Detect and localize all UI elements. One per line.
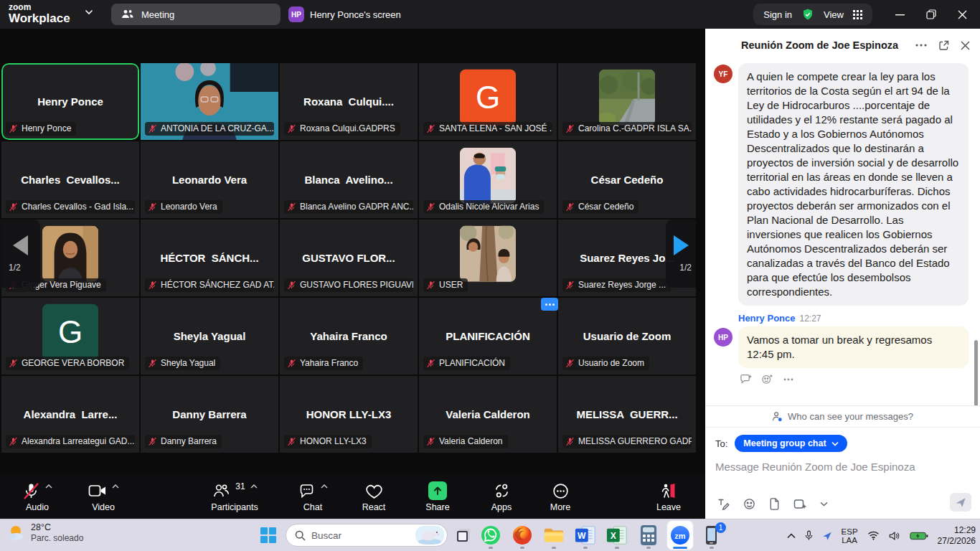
participant-label-text: PLANIFICACIÓN xyxy=(439,358,505,368)
share-green-box xyxy=(428,481,447,500)
explorer-taskbar-icon[interactable] xyxy=(541,521,567,550)
search-highlight-image[interactable] xyxy=(415,526,444,545)
grid-view-icon[interactable] xyxy=(853,10,862,19)
chat-button[interactable]: Chat xyxy=(284,480,341,512)
more-button[interactable]: More xyxy=(532,480,589,512)
screenshot-icon[interactable] xyxy=(793,498,806,510)
location-in-use-icon[interactable] xyxy=(822,531,832,541)
recipient-selector[interactable]: Meeting group chat xyxy=(735,435,847,452)
close-chat-icon[interactable] xyxy=(961,41,970,50)
tab-meeting[interactable]: Meeting xyxy=(111,4,281,25)
zoom-taskbar-icon[interactable]: zm xyxy=(667,521,693,550)
participant-tile[interactable]: ANTONIA DE LA CRUZ-GA... xyxy=(141,63,278,140)
apps-button[interactable]: Apps xyxy=(473,480,530,512)
battery-charging-icon[interactable] xyxy=(910,531,928,541)
participant-tile[interactable]: Blanca Avelino...Blanca Avelino GADPR AN… xyxy=(280,141,418,218)
file-attach-icon[interactable] xyxy=(769,498,780,510)
avatar[interactable]: YF xyxy=(714,65,732,83)
emoji-icon[interactable] xyxy=(743,498,755,510)
message-input[interactable] xyxy=(715,461,970,473)
participant-tile[interactable]: Valeria CalderonValeria Calderon xyxy=(419,376,557,453)
tab-screen-share[interactable]: HP Henry Ponce's screen xyxy=(288,6,401,22)
add-reaction-icon[interactable] xyxy=(762,374,773,385)
shield-check-icon[interactable] xyxy=(801,8,814,21)
participant-tile[interactable]: MELISSA GUERR...MELISSA GUERRERO GADP... xyxy=(558,376,696,453)
apps-label: Apps xyxy=(491,502,512,512)
participant-tile[interactable]: HONOR LLY-LX3HONOR LLY-LX3 xyxy=(280,376,418,453)
restore-button[interactable] xyxy=(926,9,936,19)
excel-taskbar-icon[interactable]: X xyxy=(604,521,630,550)
video-icon xyxy=(88,483,107,499)
word-taskbar-icon[interactable]: W xyxy=(573,521,598,550)
weather-widget[interactable]: 28°C Parc. soleado xyxy=(7,522,83,543)
chevron-down-icon[interactable] xyxy=(820,501,828,507)
tray-chevron-up-icon[interactable] xyxy=(787,533,796,539)
sign-in-button[interactable]: Sign in xyxy=(763,9,792,20)
start-button[interactable] xyxy=(260,527,277,544)
react-button[interactable]: React xyxy=(345,480,402,512)
participant-tile[interactable]: GGEORGE VERA BORBOR xyxy=(1,298,139,375)
volume-icon[interactable] xyxy=(889,531,900,541)
participant-name-label: César Cedeño xyxy=(562,200,639,214)
participant-tile[interactable]: Odalis Nicole Alcivar Arias xyxy=(419,141,557,218)
participant-tile[interactable]: HÉCTOR SÁNCH...HÉCTOR SÁNCHEZ GAD AT... xyxy=(141,220,278,296)
participant-tile[interactable]: Sheyla YagualSheyla Yagual xyxy=(141,298,278,375)
privacy-note[interactable]: Who can see your messages? xyxy=(705,405,980,427)
participant-tile[interactable]: Alexandra Larre...Alexandra Larreategui … xyxy=(1,376,139,453)
participant-tile[interactable]: GUSTAVO FLOR...GUSTAVO FLORES PIGUAVE xyxy=(280,220,418,296)
close-button[interactable] xyxy=(958,10,967,19)
react-icon xyxy=(365,483,383,499)
phonelink-taskbar-icon[interactable]: 1 xyxy=(699,521,725,550)
gallery-prev-page-button[interactable]: 1/2 xyxy=(0,220,40,288)
pop-out-icon[interactable] xyxy=(938,40,949,51)
taskbar-clock[interactable]: 12:29 27/2/2026 xyxy=(938,525,976,547)
share-button[interactable]: Share xyxy=(409,480,466,512)
chat-scrollbar[interactable] xyxy=(974,340,978,405)
participant-tile[interactable]: Charles Cevallos...Charles Cevallos - Ga… xyxy=(1,141,139,218)
message-actions xyxy=(740,374,969,385)
leave-button[interactable]: Leave xyxy=(640,480,697,512)
wifi-icon[interactable] xyxy=(867,531,880,540)
mic-in-use-icon[interactable] xyxy=(805,530,813,541)
firefox-taskbar-icon[interactable] xyxy=(509,521,535,550)
participant-tile[interactable]: USER xyxy=(419,220,557,296)
gallery-next-page-button[interactable]: 1/2 xyxy=(666,220,696,288)
message-more-icon[interactable] xyxy=(783,378,793,381)
chat-more-options-icon[interactable] xyxy=(915,44,927,47)
more-icon xyxy=(552,482,570,500)
meeting-toolbar: AudioVideo31ParticipantsChatReactShareAp… xyxy=(0,474,705,519)
chat-composer: To: Meeting group chat xyxy=(705,427,980,519)
taskbar-search[interactable]: Buscar xyxy=(286,524,448,547)
chevron-up-icon[interactable] xyxy=(321,484,328,489)
chevron-up-icon[interactable] xyxy=(250,484,258,489)
participants-button[interactable]: 31Participants xyxy=(197,480,272,512)
reply-icon[interactable] xyxy=(740,374,752,385)
text-format-icon[interactable] xyxy=(717,497,730,510)
calculator-taskbar-icon[interactable] xyxy=(636,521,661,550)
audio-button[interactable]: Audio xyxy=(9,480,66,512)
task-view-button[interactable] xyxy=(455,527,472,544)
view-button[interactable]: View xyxy=(824,9,844,20)
chevron-up-icon[interactable] xyxy=(112,484,119,489)
chevron-down-icon[interactable] xyxy=(85,9,93,15)
participant-tile[interactable]: PLANIFICACIÓNPLANIFICACIÓN xyxy=(419,298,557,375)
minimize-button[interactable] xyxy=(895,10,905,19)
participant-tile[interactable]: Danny BarreraDanny Barrera xyxy=(141,376,278,453)
participant-tile[interactable]: César CedeñoCésar Cedeño xyxy=(558,141,696,218)
participant-tile[interactable]: Yahaira FrancoYahaira Franco xyxy=(280,298,418,375)
participant-tile[interactable]: Henry PonceHenry Ponce xyxy=(1,63,139,140)
sender-name[interactable]: Henry Ponce xyxy=(738,313,795,324)
send-button[interactable] xyxy=(950,493,971,512)
avatar[interactable]: HP xyxy=(714,328,732,347)
participant-tile[interactable]: GSANTA ELENA - SAN JOSÉ ... xyxy=(419,63,557,140)
participant-tile[interactable]: Usuario de ZoomUsuario de Zoom xyxy=(558,298,696,375)
svg-text:W: W xyxy=(578,531,586,541)
tile-more-options-button[interactable] xyxy=(541,298,558,311)
video-button[interactable]: Video xyxy=(75,480,132,512)
language-indicator[interactable]: ESPLAA xyxy=(842,527,858,545)
participant-tile[interactable]: Roxana Culqui....Roxana Culqui.GADPRS xyxy=(280,63,418,140)
whatsapp-taskbar-icon[interactable] xyxy=(478,521,504,550)
participant-tile[interactable]: Leonardo VeraLeonardo Vera xyxy=(141,141,278,218)
chevron-up-icon[interactable] xyxy=(45,484,52,489)
participant-tile[interactable]: Carolina C.-GADPR ISLA SA... xyxy=(558,63,696,140)
